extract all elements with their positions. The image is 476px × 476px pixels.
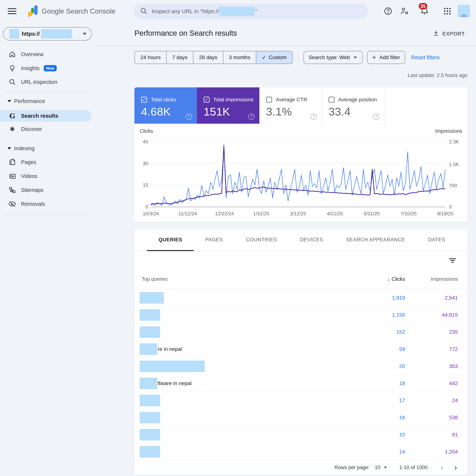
checkbox-checked-icon[interactable]: ✓ — [141, 97, 147, 103]
sidebar-item-insights[interactable]: Insights New — [0, 63, 92, 74]
table-filter-row — [135, 251, 467, 269]
date-range-24-hours[interactable]: 24 hours — [135, 51, 166, 64]
impressions-value: 2,541 — [405, 295, 458, 301]
sidebar-item-sitemaps[interactable]: Sitemaps — [0, 184, 92, 196]
table-row[interactable]: 1724 — [135, 392, 467, 409]
date-range-group: 24 hours7 days28 days3 months✓Custom — [135, 51, 293, 64]
rows-per-page-select[interactable]: 10 — [375, 465, 388, 470]
checkbox-unchecked-icon[interactable] — [266, 97, 272, 103]
clicks-value: 18 — [375, 380, 405, 386]
clicks-value: 16 — [375, 415, 405, 421]
new-badge: New — [44, 65, 57, 71]
column-top-queries[interactable]: Top queries — [142, 276, 375, 282]
date-range-custom[interactable]: ✓Custom — [256, 51, 292, 64]
export-button[interactable]: EXPORT — [433, 30, 465, 38]
checkbox-unchecked-icon[interactable] — [329, 97, 335, 103]
tab-countries[interactable]: COUNTRIES — [235, 229, 289, 251]
redacted-query — [140, 292, 164, 304]
next-page-button[interactable]: › — [452, 463, 459, 472]
tab-pages[interactable]: PAGES — [194, 229, 235, 251]
metric-card-total-impressions[interactable]: ✓Total impressions151K? — [197, 87, 259, 124]
sidebar-item-videos[interactable]: Videos — [0, 170, 92, 182]
apps-grid-icon[interactable] — [443, 7, 452, 16]
section-collapse-icon — [7, 100, 11, 102]
table-row[interactable]: 20303 — [135, 358, 467, 375]
metric-card-total-clicks[interactable]: ✓Total clicks4.68K? — [135, 87, 197, 124]
impressions-value: 538 — [405, 415, 458, 421]
section-indexing[interactable]: Indexing — [0, 143, 92, 154]
help-icon[interactable]: ? — [248, 113, 255, 120]
query-cell — [140, 429, 375, 441]
tab-devices[interactable]: DEVICES — [289, 229, 335, 251]
previous-page-button[interactable]: ‹ — [438, 463, 445, 472]
table-row[interactable]: ftware in nepal18442 — [135, 375, 467, 392]
column-clicks-sorted[interactable]: ↓Clicks — [375, 276, 405, 282]
pagination-range: 1-10 of 1000 — [399, 465, 428, 470]
query-visible-text: re in nepal — [158, 346, 182, 352]
app-logo[interactable]: Google Search Console — [27, 4, 116, 18]
impressions-value: 1,204 — [405, 449, 458, 455]
section-performance[interactable]: Performance — [0, 95, 92, 107]
right-axis-tick: 0 — [449, 204, 452, 210]
date-range-28-days[interactable]: 28 days — [193, 51, 223, 64]
table-row[interactable]: 1591 — [135, 426, 467, 443]
sidebar-item-overview[interactable]: Overview — [0, 49, 92, 60]
left-axis-tick: 15 — [135, 182, 148, 188]
help-icon[interactable]: ? — [186, 113, 192, 120]
sidebar-item-url-inspection[interactable]: URL inspection — [0, 76, 92, 88]
date-range-3-months[interactable]: 3 months — [223, 51, 256, 64]
impressions-value: 24 — [405, 398, 458, 404]
chevron-down-icon — [83, 33, 87, 35]
tab-search-appearance[interactable]: SEARCH APPEARANCE — [335, 229, 417, 251]
sidebar-item-removals[interactable]: Removals — [0, 198, 92, 210]
notification-count-badge: 35 — [419, 3, 427, 9]
hamburger-menu-icon[interactable] — [8, 8, 16, 14]
user-settings-icon[interactable] — [400, 7, 409, 16]
avatar[interactable] — [458, 5, 470, 17]
clicks-value: 20 — [375, 363, 405, 369]
impressions-value: 91 — [405, 432, 458, 438]
videos-icon — [9, 172, 16, 180]
magnifier-icon — [9, 78, 16, 86]
notifications-bell[interactable]: 35 — [420, 6, 431, 18]
metric-card-average-position[interactable]: Average position33.4? — [322, 87, 384, 124]
query-cell — [140, 360, 375, 372]
table-row[interactable]: 152235 — [135, 323, 467, 341]
property-selector[interactable]: https:// — [3, 27, 92, 41]
query-cell — [140, 412, 375, 423]
sidebar-item-discover[interactable]: ✱ Discover — [0, 123, 92, 135]
table-row[interactable]: 16538 — [135, 409, 467, 426]
help-icon[interactable]: ? — [373, 113, 379, 120]
column-impressions[interactable]: Impressions — [405, 276, 458, 282]
sidebar-item-pages[interactable]: Pages — [0, 156, 92, 168]
rows-per-page-label: Rows per page: — [334, 465, 370, 470]
table-body: 1,9192,5411,15044,615152235re in nepal59… — [135, 289, 467, 460]
x-axis-tick: 11/12/24 — [178, 211, 197, 217]
metric-card-average-ctr[interactable]: Average CTR3.1%? — [259, 87, 322, 124]
search-type-dropdown[interactable]: Search type: Web — [304, 51, 363, 64]
date-range-7-days[interactable]: 7 days — [166, 51, 193, 64]
table-row[interactable]: 1,15044,615 — [135, 306, 467, 323]
impressions-value: 442 — [405, 380, 458, 386]
redacted-query — [140, 378, 157, 389]
search-icon — [140, 7, 148, 16]
table-header: Top queries ↓Clicks Impressions — [135, 269, 467, 289]
table-row[interactable]: 141,204 — [135, 443, 467, 460]
help-icon[interactable] — [384, 7, 392, 16]
right-axis-tick: 750 — [449, 183, 457, 188]
url-inspect-search-bar[interactable]: Inspect any URL in "https://" — [134, 4, 368, 19]
metric-cards: ✓Total clicks4.68K?✓Total impressions151… — [135, 87, 467, 124]
query-cell: re in nepal — [140, 343, 375, 355]
table-filter-icon[interactable] — [448, 256, 457, 265]
tab-queries[interactable]: QUERIES — [147, 229, 194, 251]
tab-dates[interactable]: DATES — [416, 229, 457, 251]
redacted-query — [140, 326, 160, 338]
help-icon[interactable]: ? — [310, 113, 317, 120]
checkbox-checked-icon[interactable]: ✓ — [204, 97, 210, 103]
sidebar-item-search-results[interactable]: G Search results — [0, 110, 92, 122]
right-axis-tick: 2.3K — [449, 139, 459, 145]
table-row[interactable]: re in nepal59772 — [135, 341, 467, 358]
table-row[interactable]: 1,9192,541 — [135, 289, 467, 306]
add-filter-button[interactable]: + Add filter — [367, 51, 405, 64]
reset-filters-link[interactable]: Reset filters — [411, 54, 440, 61]
